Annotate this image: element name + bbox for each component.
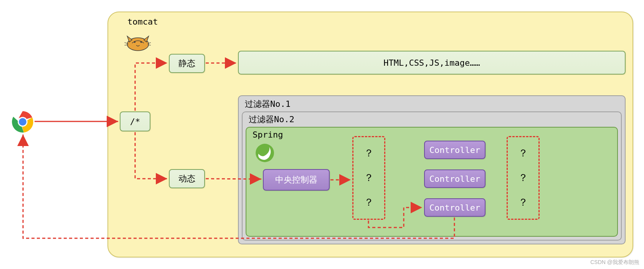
- dynamic-node: 动态: [169, 169, 205, 188]
- controller-node-2: Controller: [424, 169, 485, 188]
- svg-point-4: [134, 41, 135, 43]
- tomcat-icon: [124, 31, 151, 52]
- question-mark: ？: [518, 196, 528, 208]
- controller-node-1: Controller: [424, 141, 485, 159]
- question-mark: ？: [364, 147, 374, 159]
- filter-1-label: 过滤器No.1: [245, 98, 291, 110]
- filter-2-label: 过滤器No.2: [249, 114, 294, 125]
- static-resources-node: HTML,CSS,JS,image……: [238, 51, 626, 75]
- watermark: CSDN @我爱布朗熊: [590, 259, 639, 266]
- interceptor-placeholder-1: ？ ？ ？: [352, 136, 385, 220]
- spring-leaf-icon: [255, 143, 275, 163]
- path-slashstar-node: /*: [120, 111, 150, 131]
- question-mark: ？: [518, 172, 528, 184]
- tomcat-label: tomcat: [127, 17, 158, 27]
- question-mark: ？: [364, 172, 374, 184]
- central-controller-node: 中央控制器: [263, 169, 330, 191]
- question-mark: ？: [364, 196, 374, 208]
- spring-label: Spring: [253, 130, 283, 139]
- svg-point-2: [19, 118, 26, 126]
- controller-node-3: Controller: [424, 198, 485, 217]
- static-node: 静态: [169, 54, 205, 73]
- svg-point-11: [259, 156, 261, 158]
- question-mark: ？: [518, 147, 528, 159]
- svg-point-5: [140, 41, 142, 43]
- chrome-browser-icon: [12, 111, 34, 133]
- interceptor-placeholder-2: ？ ？ ？: [507, 136, 540, 220]
